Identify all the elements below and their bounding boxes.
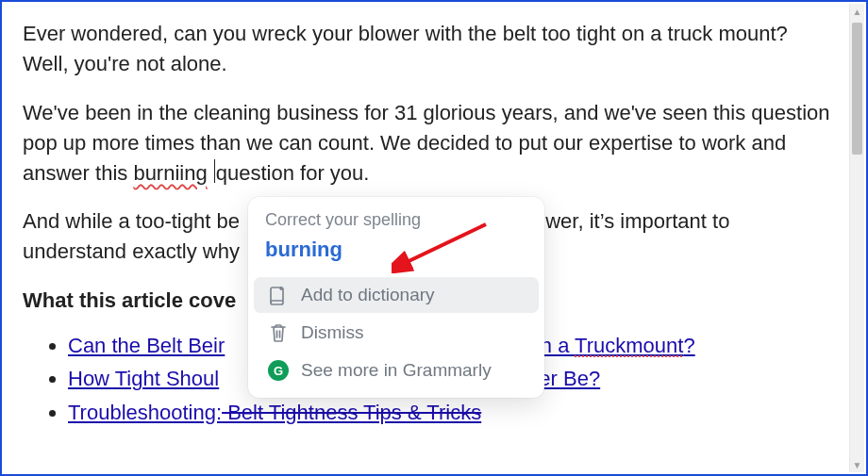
toc-link-1[interactable]: Can the Belt Beir bbox=[68, 334, 225, 357]
link-1-q: ? bbox=[683, 334, 694, 357]
add-to-dictionary-button[interactable]: Add to dictionary bbox=[254, 277, 539, 313]
link-3-pre: Troubleshooting: bbox=[68, 401, 222, 424]
heading-text: What this article cove bbox=[23, 288, 236, 312]
trash-icon bbox=[267, 322, 290, 343]
text-cursor bbox=[214, 159, 215, 182]
link-1-error-word[interactable]: Truckmount bbox=[575, 334, 683, 357]
chevron-up-icon: ▲ bbox=[853, 7, 862, 17]
list-item: Troubleshooting: Belt Tightness Tips & T… bbox=[68, 396, 830, 429]
dismiss-label: Dismiss bbox=[301, 322, 364, 343]
see-more-label: See more in Grammarly bbox=[301, 360, 492, 381]
scrollbar-thumb[interactable] bbox=[852, 23, 862, 155]
scrollbar-down-button[interactable]: ▼ bbox=[850, 457, 864, 472]
toc-link-3[interactable]: Troubleshooting: Belt Tightness Tips & T… bbox=[68, 401, 481, 424]
dismiss-button[interactable]: Dismiss bbox=[254, 315, 539, 351]
link-3-post: Belt Tightness Tips & Tricks bbox=[222, 401, 481, 424]
paragraph-2: We've been in the cleaning business for … bbox=[23, 98, 830, 189]
suggestion-word[interactable]: burning bbox=[248, 236, 544, 275]
spelling-suggestion-popup: Correct your spelling burning Add to dic… bbox=[248, 197, 544, 398]
toc-link-1b[interactable]: on a Truckmount? bbox=[529, 334, 695, 357]
paragraph-2-post: question for you. bbox=[216, 161, 370, 185]
grammarly-badge-letter: G bbox=[268, 360, 289, 381]
paragraph-1: Ever wondered, can you wreck your blower… bbox=[23, 19, 830, 79]
scrollbar-up-button[interactable]: ▲ bbox=[850, 4, 864, 19]
vertical-scrollbar[interactable]: ▲ ▼ bbox=[849, 4, 864, 472]
toc-link-2[interactable]: How Tight Shoul bbox=[68, 367, 219, 390]
chevron-down-icon: ▼ bbox=[853, 460, 862, 470]
link-1-pre: Can the Belt Beir bbox=[68, 334, 225, 357]
grammarly-icon: G bbox=[267, 360, 290, 381]
misspelled-word[interactable]: burniing bbox=[133, 161, 207, 185]
popup-header: Correct your spelling bbox=[248, 210, 544, 236]
see-more-grammarly-button[interactable]: G See more in Grammarly bbox=[254, 353, 539, 388]
dictionary-icon bbox=[267, 285, 290, 305]
add-to-dictionary-label: Add to dictionary bbox=[301, 285, 435, 305]
paragraph-1-text: Ever wondered, can you wreck your blower… bbox=[23, 22, 788, 75]
paragraph-3-pre: And while a too-tight be bbox=[23, 209, 240, 233]
link-2-pre: How Tight Shoul bbox=[68, 367, 219, 390]
editor-frame: Ever wondered, can you wreck your blower… bbox=[0, 0, 868, 476]
